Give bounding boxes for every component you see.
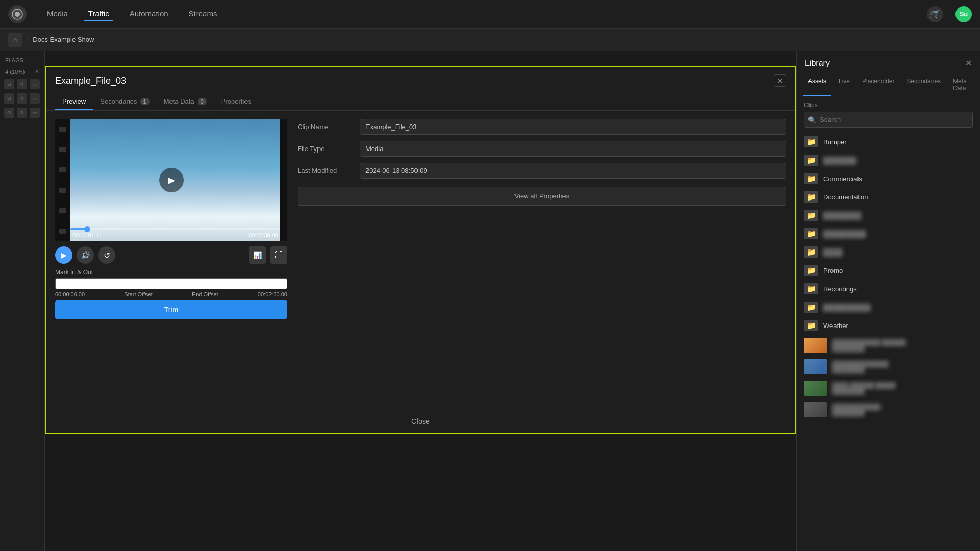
home-button[interactable]: ⌂ [8,33,22,47]
modal-title: Example_File_03 [55,76,126,86]
folder-icon-bumper: 📁 [804,136,818,147]
folder-documentation[interactable]: 📁 Documentation [797,188,980,206]
metadata-badge: 0 [198,98,207,105]
view-all-properties-button[interactable]: View all Properties [298,187,786,206]
library-close-button[interactable]: ✕ [965,58,972,68]
cart-icon[interactable]: 🛒 [927,6,943,22]
modal-body: ▶ 00:00:01.11 00:02:30.00 ▶ 🔊 ↺ 📊 [46,111,795,410]
folder-promo[interactable]: 📁 Promo [797,261,980,280]
folder-blurred-2[interactable]: 📁 ████████ [797,206,980,224]
folder-name-blurred-1: ███████ [823,157,856,164]
breadcrumb-label: Docs Example Show [33,36,94,43]
tab-properties[interactable]: Properties [214,92,258,110]
close-panel-icon[interactable]: ✕ [35,68,39,75]
volume-control-button[interactable]: 🔊 [77,246,94,264]
icon-grid-3: ⊞ ⧉ ▭ [2,107,42,119]
media-item-3[interactable]: ████ ██████ █████ ████████ [797,378,980,399]
mark-label: Mark In & Out [55,269,287,276]
replay-control-button[interactable]: ↺ [98,246,115,264]
grid-icon-1[interactable]: ⊞ [4,79,14,89]
folder-blurred-3[interactable]: 📁 █████████ [797,224,980,243]
video-player[interactable]: ▶ 00:00:01.11 00:02:30.00 [55,119,287,241]
tab-preview[interactable]: Preview [55,92,93,110]
modal-close-button[interactable]: ✕ [774,74,786,87]
left-panel: FLAGS 4 (10%) ✕ ⊞ ⧉ ▭ ⊞ ⧉ ▭ ⊞ ⧉ ▭ [0,51,45,551]
grid-icon-5[interactable]: ⧉ [17,93,27,104]
folder-commercials[interactable]: 📁 Commercials [797,169,980,188]
lib-tab-secondaries[interactable]: Secondaries [901,73,946,96]
folder-icon-recordings: 📁 [804,283,818,294]
trim-button[interactable]: Trim [55,300,287,319]
folder-bumper[interactable]: 📁 Bumper [797,133,980,151]
app-logo[interactable] [8,5,27,23]
start-offset-value: 00:00:00.00 [55,291,85,297]
video-controls: ▶ 🔊 ↺ 📊 ⛶ [55,246,287,264]
nav-traffic[interactable]: Traffic [84,7,113,21]
folder-name-bumper: Bumper [823,138,847,146]
folder-icon-weather: 📁 [804,320,818,331]
folder-blurred-5[interactable]: 📁 ██████████ [797,298,980,316]
media-subname-2: ████████ [832,367,888,373]
mark-in-out-section: Mark In & Out 00:00:00.00 Start Offset E… [55,269,287,319]
breadcrumb: ⌂ › Docs Example Show [0,29,980,51]
file-type-row: File Type Media [298,141,786,157]
clip-name-label: Clip Name [298,123,354,131]
grid-icon-2[interactable]: ⧉ [17,79,27,89]
tab-metadata[interactable]: Meta Data 0 [157,92,214,110]
tab-secondaries[interactable]: Secondaries 1 [93,92,156,110]
folder-blurred-4[interactable]: 📁 ████ [797,243,980,261]
media-subname-3: ████████ [832,388,895,394]
grid-icon-4[interactable]: ⊞ [4,93,14,104]
user-avatar[interactable]: Su [955,6,972,22]
folder-blurred-1[interactable]: 📁 ███████ [797,151,980,169]
modal-header: Example_File_03 ✕ [46,67,795,92]
grid-icon-3[interactable]: ▭ [30,79,40,89]
main-area: FLAGS 4 (10%) ✕ ⊞ ⧉ ▭ ⊞ ⧉ ▭ ⊞ ⧉ ▭ Exampl… [0,51,980,551]
clip-name-value: Example_File_03 [360,119,786,135]
folder-weather[interactable]: 📁 Weather [797,316,980,335]
film-hole-1 [59,127,66,132]
folder-recordings[interactable]: 📁 Recordings [797,280,980,298]
lib-tab-placeholder[interactable]: Placeholder [857,73,899,96]
lib-tab-assets[interactable]: Assets [803,73,831,96]
media-item-4[interactable]: ████████████ ████████ [797,399,980,420]
media-subname-1: ████████ [832,345,905,352]
end-offset-value: 00:02:30.00 [258,291,287,297]
nav-streams[interactable]: Streams [185,7,222,21]
play-button-overlay[interactable]: ▶ [159,168,184,192]
lib-tab-live[interactable]: Live [834,73,855,96]
fullscreen-control-button[interactable]: ⛶ [270,246,287,264]
progress-dot [84,226,90,232]
nav-media[interactable]: Media [43,7,72,21]
clip-preview-modal: Example_File_03 ✕ Preview Secondaries 1 … [45,66,796,434]
flags-label: FLAGS [5,57,23,63]
grid-icon-7[interactable]: ⊞ [4,108,14,118]
lib-tab-metadata[interactable]: Meta Data [948,73,974,96]
nav-automation[interactable]: Automation [126,7,173,21]
library-header: Library ✕ [797,51,980,73]
library-tabs: Assets Live Placeholder Secondaries Meta… [797,73,980,96]
media-item-1[interactable]: ████████████ ██████ ████████ [797,335,980,356]
end-offset-label: End Offset [192,291,218,297]
last-modified-row: Last Modified 2024-06-13 08:50:09 [298,163,786,179]
secondaries-badge: 1 [140,98,150,105]
library-search-input[interactable] [804,112,973,128]
film-hole-5 [59,208,66,213]
grid-icon-6[interactable]: ▭ [30,93,40,104]
folder-icon-blurred-2: 📁 [804,210,818,221]
grid-icon-8[interactable]: ⧉ [17,108,27,118]
grid-icon-9[interactable]: ▭ [30,108,40,118]
media-item-2[interactable]: ██████████████ ████████ [797,356,980,378]
close-button[interactable]: Close [411,417,430,425]
media-thumb-4 [804,402,827,417]
flags-header: FLAGS [2,55,42,65]
mark-range-bar[interactable] [55,278,287,289]
chart-control-button[interactable]: 📊 [249,246,266,264]
properties-section: Clip Name Example_File_03 File Type Medi… [298,119,786,402]
file-type-value: Media [360,141,786,157]
progress-bar-container [70,228,280,230]
icon-grid-2: ⊞ ⧉ ▭ [2,92,42,105]
video-section: ▶ 00:00:01.11 00:02:30.00 ▶ 🔊 ↺ 📊 [55,119,287,402]
search-icon: 🔍 [808,116,816,123]
play-control-button[interactable]: ▶ [55,246,72,264]
